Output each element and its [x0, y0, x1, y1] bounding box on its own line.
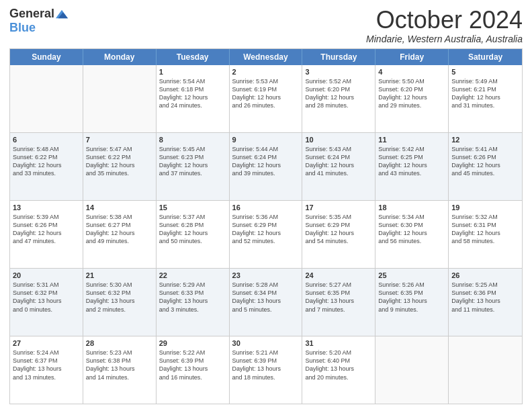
logo-blue: Blue: [9, 21, 36, 34]
day-number: 29: [159, 338, 226, 348]
day-number: 25: [378, 271, 445, 280]
calendar-cell: 21Sunrise: 5:30 AMSunset: 6:32 PMDayligh…: [83, 269, 157, 336]
day-number: 20: [13, 271, 80, 280]
day-info: Sunrise: 5:38 AMSunset: 6:27 PMDaylight:…: [86, 213, 153, 246]
day-info: Sunrise: 5:24 AMSunset: 6:37 PMDaylight:…: [13, 349, 80, 381]
day-number: 27: [13, 338, 80, 348]
day-number: 7: [86, 135, 153, 144]
day-info: Sunrise: 5:29 AMSunset: 6:33 PMDaylight:…: [159, 281, 226, 314]
calendar-row-3: 13Sunrise: 5:39 AMSunset: 6:26 PMDayligh…: [10, 201, 522, 269]
day-number: 19: [451, 203, 519, 212]
month-title: October 2024: [366, 7, 523, 34]
calendar-cell: 8Sunrise: 5:45 AMSunset: 6:23 PMDaylight…: [157, 133, 230, 200]
calendar-cell: 25Sunrise: 5:26 AMSunset: 6:35 PMDayligh…: [375, 269, 449, 336]
calendar-cell: 3Sunrise: 5:52 AMSunset: 6:20 PMDaylight…: [302, 65, 375, 132]
day-number: 2: [232, 67, 300, 77]
day-info: Sunrise: 5:50 AMSunset: 6:20 PMDaylight:…: [378, 77, 445, 110]
calendar-cell: 19Sunrise: 5:32 AMSunset: 6:31 PMDayligh…: [449, 201, 522, 268]
calendar-cell: [10, 65, 83, 132]
day-number: 11: [378, 135, 445, 144]
day-info: Sunrise: 5:20 AMSunset: 6:40 PMDaylight:…: [305, 349, 372, 381]
day-number: 13: [13, 203, 80, 212]
page: General Blue October 2024 Mindarie, West…: [0, 0, 532, 411]
day-number: 30: [232, 338, 300, 348]
day-number: 16: [232, 203, 300, 212]
day-number: 5: [451, 67, 519, 77]
logo: General Blue: [9, 7, 68, 35]
header-day-thursday: Thursday: [302, 49, 375, 65]
header-day-tuesday: Tuesday: [157, 49, 230, 65]
calendar-cell: 31Sunrise: 5:20 AMSunset: 6:40 PMDayligh…: [302, 336, 375, 404]
day-info: Sunrise: 5:53 AMSunset: 6:19 PMDaylight:…: [232, 77, 300, 110]
day-number: 4: [378, 67, 445, 77]
day-info: Sunrise: 5:22 AMSunset: 6:39 PMDaylight:…: [159, 349, 226, 381]
day-info: Sunrise: 5:31 AMSunset: 6:32 PMDaylight:…: [13, 281, 80, 314]
calendar-cell: 17Sunrise: 5:35 AMSunset: 6:29 PMDayligh…: [302, 201, 375, 268]
location: Mindarie, Western Australia, Australia: [366, 34, 523, 44]
calendar-cell: 16Sunrise: 5:36 AMSunset: 6:29 PMDayligh…: [230, 201, 303, 268]
day-info: Sunrise: 5:23 AMSunset: 6:38 PMDaylight:…: [86, 349, 153, 381]
calendar-cell: 1Sunrise: 5:54 AMSunset: 6:18 PMDaylight…: [157, 65, 230, 132]
calendar-cell: 22Sunrise: 5:29 AMSunset: 6:33 PMDayligh…: [157, 269, 230, 336]
calendar-cell: [375, 336, 449, 404]
logo-general: General: [9, 7, 54, 21]
day-info: Sunrise: 5:21 AMSunset: 6:39 PMDaylight:…: [232, 349, 300, 381]
calendar-body: 1Sunrise: 5:54 AMSunset: 6:18 PMDaylight…: [10, 65, 522, 404]
day-number: 8: [159, 135, 226, 144]
day-info: Sunrise: 5:30 AMSunset: 6:32 PMDaylight:…: [86, 281, 153, 314]
day-info: Sunrise: 5:32 AMSunset: 6:31 PMDaylight:…: [451, 213, 519, 246]
calendar-cell: 10Sunrise: 5:43 AMSunset: 6:24 PMDayligh…: [302, 133, 375, 200]
calendar: SundayMondayTuesdayWednesdayThursdayFrid…: [9, 48, 523, 404]
day-info: Sunrise: 5:28 AMSunset: 6:34 PMDaylight:…: [232, 281, 300, 314]
title-section: October 2024 Mindarie, Western Australia…: [366, 7, 523, 44]
logo-icon: [56, 9, 68, 19]
day-number: 6: [13, 135, 80, 144]
header-day-monday: Monday: [83, 49, 157, 65]
day-info: Sunrise: 5:48 AMSunset: 6:22 PMDaylight:…: [13, 145, 80, 178]
calendar-cell: 5Sunrise: 5:49 AMSunset: 6:21 PMDaylight…: [449, 65, 522, 132]
day-info: Sunrise: 5:36 AMSunset: 6:29 PMDaylight:…: [232, 213, 300, 246]
calendar-row-1: 1Sunrise: 5:54 AMSunset: 6:18 PMDaylight…: [10, 65, 522, 133]
calendar-cell: 18Sunrise: 5:34 AMSunset: 6:30 PMDayligh…: [375, 201, 449, 268]
day-info: Sunrise: 5:47 AMSunset: 6:22 PMDaylight:…: [86, 145, 153, 178]
day-number: 17: [305, 203, 372, 212]
calendar-row-5: 27Sunrise: 5:24 AMSunset: 6:37 PMDayligh…: [10, 336, 522, 404]
calendar-cell: 13Sunrise: 5:39 AMSunset: 6:26 PMDayligh…: [10, 201, 83, 268]
calendar-row-2: 6Sunrise: 5:48 AMSunset: 6:22 PMDaylight…: [10, 133, 522, 201]
day-number: 9: [232, 135, 300, 144]
day-info: Sunrise: 5:37 AMSunset: 6:28 PMDaylight:…: [159, 213, 226, 246]
day-info: Sunrise: 5:49 AMSunset: 6:21 PMDaylight:…: [451, 77, 519, 110]
calendar-cell: 4Sunrise: 5:50 AMSunset: 6:20 PMDaylight…: [375, 65, 449, 132]
calendar-cell: 26Sunrise: 5:25 AMSunset: 6:36 PMDayligh…: [449, 269, 522, 336]
day-info: Sunrise: 5:39 AMSunset: 6:26 PMDaylight:…: [13, 213, 80, 246]
calendar-cell: 28Sunrise: 5:23 AMSunset: 6:38 PMDayligh…: [83, 336, 157, 404]
day-number: 14: [86, 203, 153, 212]
day-number: 26: [451, 271, 519, 280]
day-number: 18: [378, 203, 445, 212]
day-info: Sunrise: 5:27 AMSunset: 6:35 PMDaylight:…: [305, 281, 372, 314]
day-number: 15: [159, 203, 226, 212]
day-info: Sunrise: 5:26 AMSunset: 6:35 PMDaylight:…: [378, 281, 445, 314]
calendar-cell: 27Sunrise: 5:24 AMSunset: 6:37 PMDayligh…: [10, 336, 83, 404]
day-info: Sunrise: 5:25 AMSunset: 6:36 PMDaylight:…: [451, 281, 519, 314]
day-number: 22: [159, 271, 226, 280]
day-number: 10: [305, 135, 372, 144]
calendar-row-4: 20Sunrise: 5:31 AMSunset: 6:32 PMDayligh…: [10, 269, 522, 336]
calendar-cell: 6Sunrise: 5:48 AMSunset: 6:22 PMDaylight…: [10, 133, 83, 200]
day-number: 23: [232, 271, 300, 280]
calendar-cell: 30Sunrise: 5:21 AMSunset: 6:39 PMDayligh…: [230, 336, 303, 404]
calendar-cell: 20Sunrise: 5:31 AMSunset: 6:32 PMDayligh…: [10, 269, 83, 336]
header-day-sunday: Sunday: [10, 49, 83, 65]
calendar-cell: 15Sunrise: 5:37 AMSunset: 6:28 PMDayligh…: [157, 201, 230, 268]
header-day-saturday: Saturday: [449, 49, 522, 65]
calendar-cell: 23Sunrise: 5:28 AMSunset: 6:34 PMDayligh…: [230, 269, 303, 336]
day-info: Sunrise: 5:44 AMSunset: 6:24 PMDaylight:…: [232, 145, 300, 178]
calendar-cell: [449, 336, 522, 404]
day-number: 31: [305, 338, 372, 348]
day-number: 28: [86, 338, 153, 348]
day-number: 21: [86, 271, 153, 280]
calendar-cell: 14Sunrise: 5:38 AMSunset: 6:27 PMDayligh…: [83, 201, 157, 268]
day-info: Sunrise: 5:42 AMSunset: 6:25 PMDaylight:…: [378, 145, 445, 178]
calendar-cell: [83, 65, 157, 132]
calendar-cell: 24Sunrise: 5:27 AMSunset: 6:35 PMDayligh…: [302, 269, 375, 336]
